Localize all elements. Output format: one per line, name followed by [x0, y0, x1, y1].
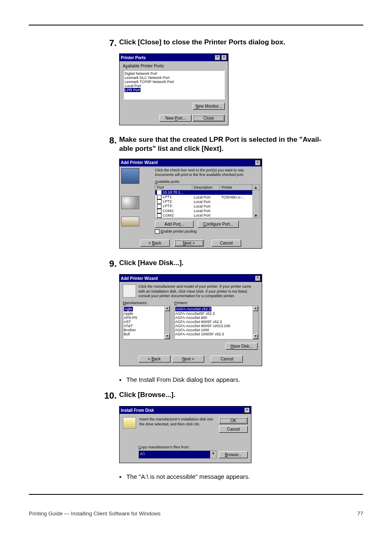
footer-left: Printing Guide — Installing Client Softw…: [29, 510, 161, 517]
list-item-selected[interactable]: LPR Port: [125, 88, 223, 92]
enable-pooling-checkbox[interactable]: Enable printer pooling: [155, 229, 260, 234]
close-icon[interactable]: ×: [221, 55, 227, 60]
list-item[interactable]: AGFA-AccuSet 800: [175, 316, 258, 320]
close-icon[interactable]: ×: [255, 275, 261, 281]
bullet-icon: •: [119, 473, 122, 482]
step-7-num: 7.: [103, 38, 117, 48]
add-port-button[interactable]: Add Port...: [155, 221, 194, 228]
step-7-text: Click [Close] to close the Printer Ports…: [119, 38, 347, 47]
scroll-up-icon[interactable]: ▲: [253, 306, 258, 311]
table-row[interactable]: LPT3:Local Port: [155, 204, 260, 208]
list-item[interactable]: AGFA-AccuSetSF v52.3: [175, 312, 258, 316]
chevron-down-icon[interactable]: ▼: [210, 451, 216, 458]
title-bar: Install From Disk ×: [120, 406, 251, 414]
table-row-selected[interactable]: ✓10.10.70.1...: [155, 190, 260, 195]
step-7: 7. Click [Close] to close the Printer Po…: [103, 38, 347, 48]
next-button[interactable]: Next >: [174, 240, 204, 247]
table-row[interactable]: LPT1:Local PortTOSHIBA e-...▼: [155, 195, 260, 199]
list-item[interactable]: AGFA-AccuSet 800SF v2013.108: [175, 324, 258, 328]
list-item[interactable]: AGFA-AccuSet 800SF v52.3: [175, 320, 258, 324]
step-8-num: 8.: [103, 135, 117, 146]
col-desc: Description: [192, 185, 219, 190]
step-10: 10. Click [Browse...].: [103, 390, 347, 401]
available-ports-label: Available ports:: [155, 180, 260, 184]
cancel-button[interactable]: Cancel: [211, 355, 243, 362]
list-item[interactable]: Lexmark TCP/IP Network Port: [125, 80, 223, 84]
list-item-selected[interactable]: AGFA-AccuSet v52.3: [175, 307, 258, 312]
bullet-text: The Install From Disk dialog box appears…: [127, 376, 240, 383]
scroll-up-icon[interactable]: ▲: [165, 306, 170, 311]
list-item[interactable]: Apple: [124, 312, 169, 316]
scroll-down-icon[interactable]: ▼: [253, 334, 258, 339]
new-port-button[interactable]: New Port...: [159, 115, 191, 122]
bullet-text: The "A:\ is not accessible" message appe…: [127, 473, 250, 480]
title-bar: Printer Ports ? ×: [120, 54, 228, 61]
list-item[interactable]: Bull: [124, 332, 169, 336]
cancel-button[interactable]: Cancel: [219, 426, 248, 433]
configure-port-button[interactable]: Configure Port...: [198, 221, 239, 228]
list-item[interactable]: Brother: [124, 328, 169, 332]
printers-label: Printers:: [174, 301, 258, 305]
dialog-title: Printer Ports: [121, 55, 146, 60]
globe-icon: [121, 196, 139, 209]
manufacturers-list[interactable]: Agfa Apple APS-PS AST AT&T Brother Bull …: [123, 306, 170, 339]
manufacturers-label: Manufacturers:: [123, 301, 170, 305]
list-item[interactable]: AT&T: [124, 324, 169, 328]
bullet-icon: •: [119, 376, 122, 385]
have-disk-button[interactable]: Have Disk...: [226, 343, 258, 350]
instruction-text: Click the manufacturer and model of your…: [138, 284, 258, 298]
cancel-button[interactable]: Cancel: [212, 240, 241, 247]
step-9: 9. Click [Have Disk...].: [103, 259, 347, 269]
available-ports-list[interactable]: Digital Network Port Lexmark DLC Network…: [123, 70, 225, 99]
scroll-down-icon[interactable]: ▼: [165, 334, 170, 339]
scrollbar[interactable]: ▲▼: [253, 306, 258, 339]
top-rule: [29, 25, 363, 25]
copy-from-combo[interactable]: A:\ ▼: [138, 450, 217, 459]
table-row[interactable]: COM1:Local Port: [155, 209, 260, 213]
dialog-title: Add Printer Wizard: [121, 276, 158, 281]
step-8-text: Make sure that the created LPR Port is s…: [119, 135, 347, 153]
list-item[interactable]: Digital Network Port: [125, 72, 223, 76]
next-button[interactable]: Next >: [172, 355, 204, 362]
scroll-up-icon[interactable]: ▲: [252, 185, 260, 190]
step-9-text: Click [Have Disk...].: [119, 259, 347, 268]
col-printer: Printer: [220, 185, 252, 190]
step-9-num: 9.: [103, 259, 117, 269]
list-item[interactable]: AST: [124, 320, 169, 324]
close-icon[interactable]: ×: [255, 160, 261, 166]
table-row[interactable]: LPT2:Local Port: [155, 199, 260, 204]
scrollbar[interactable]: ▲▼: [164, 306, 170, 339]
title-bar: Add Printer Wizard ×: [120, 159, 262, 166]
icon-column: [120, 166, 155, 235]
instruction-text: Insert the manufacturer's installation d…: [139, 417, 216, 433]
title-bar: Add Printer Wizard ×: [120, 275, 262, 282]
ok-button[interactable]: OK: [219, 417, 248, 424]
list-item[interactable]: AGFA-AccuSet 1000SF v52.3: [175, 332, 258, 336]
table-row[interactable]: COM2:Local Port: [155, 213, 260, 218]
help-icon[interactable]: ?: [214, 55, 220, 60]
close-button[interactable]: Close: [193, 115, 225, 122]
computer-icon: [121, 168, 139, 184]
back-button[interactable]: < Back: [140, 240, 170, 247]
scroll-down-icon[interactable]: ▼: [252, 195, 260, 218]
step-10-num: 10.: [103, 390, 117, 401]
list-item[interactable]: Lexmark DLC Network Port: [125, 76, 223, 80]
back-button[interactable]: < Back: [138, 355, 171, 362]
printers-list[interactable]: AGFA-AccuSet v52.3 AGFA-AccuSetSF v52.3 …: [174, 306, 258, 339]
step-8: 8. Make sure that the created LPR Port i…: [103, 135, 347, 153]
printer-ports-dialog: Printer Ports ? × Available Printer Port…: [119, 53, 228, 125]
close-icon[interactable]: ×: [244, 407, 250, 413]
bullet-install-dialog-appears: • The Install From Disk dialog box appea…: [119, 376, 347, 385]
list-item-selected[interactable]: Agfa: [124, 307, 169, 312]
dialog-title: Install From Disk: [121, 408, 154, 413]
browse-button[interactable]: Browse...: [219, 451, 248, 458]
new-monitor-button[interactable]: New Monitor...: [193, 103, 225, 110]
list-item[interactable]: Local Port: [125, 84, 223, 88]
printer-icon: [123, 284, 136, 298]
list-item[interactable]: APS-PS: [124, 316, 169, 320]
page-footer: Printing Guide — Installing Client Softw…: [0, 507, 392, 525]
ports-table[interactable]: Port Description Printer ▲ ✓10.10.70.1..…: [155, 185, 260, 218]
footer-page-number: 77: [357, 510, 363, 517]
available-ports-label: Available Printer Ports:: [123, 64, 225, 68]
list-item[interactable]: AGFA-AccuSet 1000: [175, 328, 258, 332]
